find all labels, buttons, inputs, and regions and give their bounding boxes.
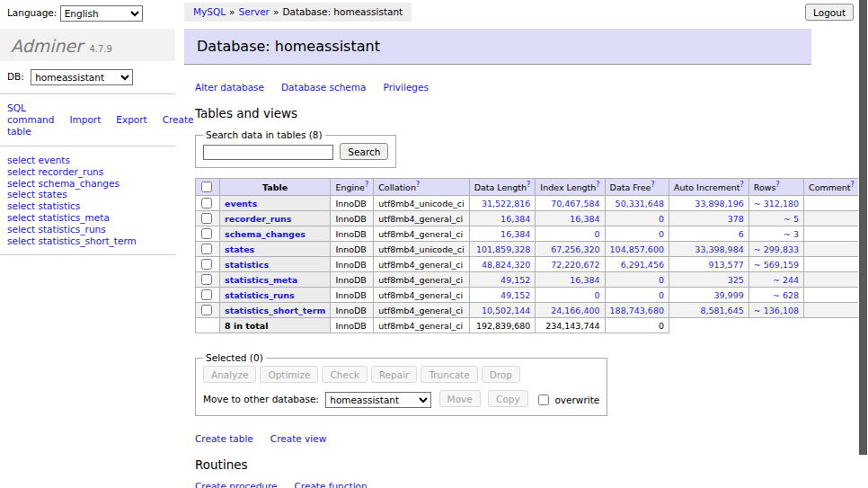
breadcrumb-link-server[interactable]: Server <box>239 6 270 17</box>
total-data-free-cell: 0 <box>605 318 669 333</box>
table-name-link[interactable]: statistics_runs <box>225 290 295 300</box>
cell-engine: InnoDB <box>331 196 374 211</box>
scrollbar-thumb[interactable] <box>859 0 867 455</box>
row-checkbox[interactable] <box>201 259 212 270</box>
create-view-link[interactable]: Create view <box>270 433 326 444</box>
cell-index-length: 16,384 <box>536 211 605 226</box>
create-table-link[interactable]: Create table <box>195 433 253 444</box>
sidebar-link-sql-command[interactable]: SQL command <box>7 102 54 125</box>
move-db-select[interactable]: homeassistant <box>325 392 431 408</box>
analyze-button[interactable]: Analyze <box>203 366 256 383</box>
total-label-cell: 8 in total <box>220 318 331 333</box>
breadcrumb-link-mysql[interactable]: MySQL <box>193 6 226 17</box>
copy-button[interactable]: Copy <box>488 390 528 407</box>
create-procedure-link[interactable]: Create procedure <box>195 481 278 488</box>
table-name-cell: events <box>220 196 331 211</box>
help-link[interactable]: ? <box>527 181 530 189</box>
language-select[interactable]: English <box>60 5 143 22</box>
help-link[interactable]: ? <box>740 181 744 189</box>
truncate-button[interactable]: Truncate <box>421 366 477 383</box>
column-header-engine: Engine? <box>331 179 374 196</box>
cell-auto-increment: 39,999 <box>669 288 749 303</box>
create-function-link[interactable]: Create function <box>295 481 368 488</box>
cell-collation: utf8mb4_general_ci <box>374 272 469 288</box>
table-name-cell: statistics <box>220 257 331 272</box>
search-button[interactable]: Search <box>340 143 388 160</box>
scrollbar-track[interactable] <box>858 0 868 488</box>
cell-index-length: 16,384 <box>536 272 605 288</box>
move-button[interactable]: Move <box>439 390 481 407</box>
help-link[interactable]: ? <box>851 181 855 189</box>
table-name-link[interactable]: statistics <box>225 260 269 270</box>
sidebar-table-links: select events select recorder_runs selec… <box>0 146 175 255</box>
help-link[interactable]: ? <box>596 181 599 189</box>
cell-collation: utf8mb4_general_ci <box>374 226 469 242</box>
sidebar-select-link[interactable]: select statistics_short_term <box>7 235 168 247</box>
select-all-checkbox[interactable] <box>201 182 212 192</box>
privileges-link[interactable]: Privileges <box>383 82 429 93</box>
search-fieldset: Search data in tables (8) Search <box>195 129 396 168</box>
sidebar-select-link[interactable]: select statistics <box>7 200 168 212</box>
cell-rows[interactable]: ~ 3 <box>748 226 803 242</box>
sidebar-select-link[interactable]: select statistics_runs <box>7 224 168 235</box>
cell-rows[interactable]: ~ 569,159 <box>748 257 803 272</box>
cell-collation: utf8mb4_general_ci <box>374 211 469 226</box>
sidebar-select-link[interactable]: select states <box>7 189 168 200</box>
help-link[interactable]: ? <box>416 181 420 189</box>
table-name-cell: statistics_meta <box>220 272 331 288</box>
logout-button[interactable]: Logout <box>805 4 854 21</box>
tables-heading: Tables and views <box>195 106 811 120</box>
selected-buttons-row: AnalyzeOptimizeCheckRepairTruncateDrop <box>203 366 599 383</box>
help-link[interactable]: ? <box>775 181 779 189</box>
cell-rows[interactable]: ~ 299,833 <box>748 242 803 257</box>
sidebar-select-link[interactable]: select statistics_meta <box>7 212 168 224</box>
repair-button[interactable]: Repair <box>371 366 418 383</box>
row-checkbox-cell <box>196 226 220 242</box>
optimize-button[interactable]: Optimize <box>260 366 318 383</box>
row-checkbox[interactable] <box>201 198 212 209</box>
table-name-link[interactable]: statistics_meta <box>225 275 297 285</box>
help-link[interactable]: ? <box>365 181 368 189</box>
alter-database-link[interactable]: Alter database <box>195 82 264 93</box>
sidebar-select-link[interactable]: select schema_changes <box>7 178 168 190</box>
adminer-logo[interactable]: Adminer <box>11 36 83 56</box>
adminer-page: Language: English Logout Adminer 4.7.9 D… <box>0 0 868 488</box>
cell-engine: InnoDB <box>331 226 374 242</box>
main-content: Alter databaseDatabase schemaPrivileges … <box>184 82 811 488</box>
routines-heading: Routines <box>195 457 811 472</box>
drop-button[interactable]: Drop <box>482 366 520 383</box>
row-checkbox[interactable] <box>201 213 212 224</box>
sidebar-link-import[interactable]: Import <box>69 114 101 125</box>
table-name-link[interactable]: statistics_short_term <box>225 306 325 315</box>
selected-legend: Selected (0) <box>203 352 266 363</box>
overwrite-checkbox[interactable] <box>538 395 549 405</box>
breadcrumb-separator: » <box>273 6 279 17</box>
sidebar-link-export[interactable]: Export <box>116 114 146 125</box>
help-link[interactable]: ? <box>651 181 654 189</box>
search-input[interactable] <box>203 145 333 160</box>
row-checkbox[interactable] <box>201 228 212 239</box>
db-select[interactable]: homeassistant <box>31 69 133 85</box>
row-checkbox[interactable] <box>201 244 212 254</box>
cell-rows[interactable]: ~ 312,180 <box>748 196 803 211</box>
database-schema-link[interactable]: Database schema <box>281 82 366 93</box>
row-checkbox[interactable] <box>201 274 212 285</box>
sidebar-select-link[interactable]: select recorder_runs <box>7 166 168 178</box>
total-empty-cell <box>196 318 220 333</box>
cell-index-length: 0 <box>536 288 605 303</box>
cell-rows[interactable]: ~ 628 <box>748 288 803 303</box>
row-checkbox[interactable] <box>201 305 212 315</box>
cell-auto-increment: 33,398,984 <box>669 242 749 257</box>
check-button[interactable]: Check <box>322 366 367 383</box>
cell-rows[interactable]: ~ 244 <box>748 272 803 288</box>
table-name-link[interactable]: schema_changes <box>225 229 306 239</box>
cell-rows[interactable]: ~ 5 <box>748 211 803 226</box>
table-name-link[interactable]: states <box>225 244 254 254</box>
row-checkbox[interactable] <box>201 289 212 300</box>
table-name-link[interactable]: events <box>225 199 257 209</box>
cell-comment <box>804 272 860 288</box>
cell-rows[interactable]: ~ 136,108 <box>748 303 803 318</box>
table-name-link[interactable]: recorder_runs <box>225 214 292 224</box>
sidebar-select-link[interactable]: select events <box>7 155 168 166</box>
cell-data-free: 6,291,456 <box>605 257 669 272</box>
